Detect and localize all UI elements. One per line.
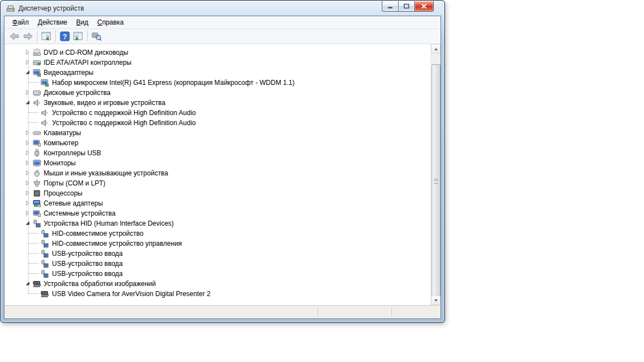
tree-item[interactable]: Устройства обработки изображений (4, 279, 441, 289)
title-bar[interactable]: Диспетчер устройств (1, 1, 444, 16)
tree-item[interactable]: Контроллеры USB (4, 148, 441, 158)
menu-item-action[interactable]: Действие (34, 17, 72, 27)
tree-item-label[interactable]: Видеоадаптеры (44, 69, 93, 77)
tree-item-label[interactable]: Мониторы (44, 159, 75, 167)
action-pane-button[interactable] (72, 30, 85, 42)
tree-item-label[interactable]: HID-совместимое устройство (52, 230, 144, 237)
menu-item-view[interactable]: Вид (72, 17, 93, 27)
tree-item[interactable]: DVD и CD-ROM дисководы (4, 47, 441, 58)
tree-item-label[interactable]: HID-совместимое устройство управления (52, 240, 182, 247)
expand-arrow-icon[interactable] (25, 140, 30, 145)
tree-item-label[interactable]: Системные устройства (44, 209, 116, 217)
tree-item[interactable]: Устройство с поддержкой High Definition … (4, 118, 441, 128)
menu-item-file[interactable]: Файл (8, 17, 34, 27)
triangle-down-icon (434, 299, 438, 302)
tree-item-label[interactable]: Набор микросхем Intel(R) G41 Express (ко… (52, 79, 295, 87)
tree-item-label[interactable]: Сетевые адаптеры (44, 199, 103, 207)
expand-arrow-icon[interactable] (25, 211, 30, 216)
expand-arrow-icon[interactable] (25, 180, 30, 185)
tree-item-label[interactable]: USB-устройство ввода (52, 250, 123, 258)
speaker-icon (40, 108, 49, 117)
menu-bar: ФайлДействиеВидСправка (4, 16, 441, 29)
status-separator (318, 307, 318, 317)
menu-item-help[interactable]: Справка (93, 17, 128, 27)
expand-arrow-icon[interactable] (25, 201, 30, 206)
console-tree-button[interactable] (40, 30, 53, 42)
hid-device-icon (32, 219, 41, 228)
tree-item[interactable]: HID-совместимое устройство управления (4, 239, 441, 249)
tree-connector-line (29, 122, 39, 123)
collapse-arrow-icon[interactable] (25, 70, 30, 75)
maximize-button[interactable] (398, 1, 415, 12)
collapse-arrow-icon[interactable] (25, 281, 30, 286)
expand-arrow-icon[interactable] (25, 60, 30, 65)
expand-arrow-icon[interactable] (25, 50, 30, 55)
tree-item-label[interactable]: Устройства обработки изображений (44, 280, 156, 288)
tree-item[interactable]: Устройство с поддержкой High Definition … (4, 108, 441, 118)
expand-arrow-icon[interactable] (25, 150, 30, 155)
speaker-icon (32, 98, 41, 107)
tree-item[interactable]: Мониторы (4, 158, 441, 168)
cd-drive-icon (32, 48, 41, 57)
hid-device-icon (40, 229, 49, 238)
tree-item-label[interactable]: Клавиатуры (44, 129, 81, 137)
tree-item-label[interactable]: Устройство с поддержкой High Definition … (52, 119, 196, 127)
minimize-icon (387, 3, 393, 9)
tree-item[interactable]: Сетевые адаптеры (4, 198, 441, 208)
toolbar-separator (37, 31, 37, 42)
back-button[interactable] (8, 30, 21, 42)
tree-item-label[interactable]: Мыши и иные указывающие устройства (44, 169, 168, 177)
tree-item-label[interactable]: Процессоры (44, 189, 83, 197)
tree-item[interactable]: USB-устройство ввода (4, 249, 441, 259)
tree-item[interactable]: Системные устройства (4, 208, 441, 218)
tree-item-label[interactable]: Звуковые, видео и игровые устройства (44, 99, 165, 107)
minimize-button[interactable] (382, 1, 398, 12)
client-area: ФайлДействиеВидСправка ? DVD и CD-ROM ди… (4, 16, 441, 319)
expand-arrow-icon[interactable] (25, 160, 30, 165)
expand-arrow-icon[interactable] (25, 170, 30, 175)
tree-item-label[interactable]: USB Video Camera for AverVision Digital … (52, 290, 210, 298)
mouse-icon (32, 169, 41, 178)
tree-item-label[interactable]: DVD и CD-ROM дисководы (44, 49, 128, 56)
tree-item[interactable]: USB Video Camera for AverVision Digital … (4, 289, 441, 299)
tree-item-label[interactable]: Устройство с поддержкой High Definition … (52, 109, 196, 117)
tree-item-label[interactable]: Дисковые устройства (44, 89, 111, 97)
scan-hardware-button[interactable] (90, 30, 103, 42)
tree-item-label[interactable]: USB-устройство ввода (52, 260, 123, 268)
tree-item[interactable]: Звуковые, видео и игровые устройства (4, 98, 441, 108)
tree-item[interactable]: Порты (COM и LPT) (4, 178, 441, 188)
monitor-icon (32, 159, 41, 168)
collapse-arrow-icon[interactable] (25, 100, 30, 105)
tree-item[interactable]: Мыши и иные указывающие устройства (4, 168, 441, 178)
tree-item[interactable]: Дисковые устройства (4, 88, 441, 98)
tree-item[interactable]: HID-совместимое устройство (4, 228, 441, 239)
tree-item-label[interactable]: IDE ATA/ATAPI контроллеры (44, 59, 131, 66)
help-button[interactable]: ? (58, 30, 72, 42)
tree-item[interactable]: Устройства HID (Human Interface Devices) (4, 218, 441, 228)
tree-connector-line (29, 243, 39, 244)
tree-item-label[interactable]: Устройства HID (Human Interface Devices) (44, 220, 174, 227)
collapse-arrow-icon[interactable] (25, 221, 30, 226)
forward-button[interactable] (21, 30, 35, 42)
hid-device-icon (40, 269, 49, 278)
tree-item[interactable]: IDE ATA/ATAPI контроллеры (4, 58, 441, 68)
tree-item[interactable]: Видеоадаптеры (4, 68, 441, 78)
tree-item[interactable]: USB-устройство ввода (4, 259, 441, 269)
tree-item[interactable]: Компьютер (4, 138, 441, 148)
tree-connector-line (29, 233, 39, 234)
tree-item-label[interactable]: USB-устройство ввода (52, 270, 123, 278)
tree-connector-line (29, 112, 39, 113)
expand-arrow-icon[interactable] (25, 90, 30, 95)
close-button[interactable] (415, 1, 434, 12)
window-controls (382, 1, 434, 12)
device-manager-icon (6, 4, 15, 13)
tree-item[interactable]: USB-устройство ввода (4, 269, 441, 279)
tree-item-label[interactable]: Компьютер (44, 139, 78, 147)
tree-item[interactable]: Клавиатуры (4, 128, 441, 138)
tree-item-label[interactable]: Контроллеры USB (44, 149, 101, 157)
expand-arrow-icon[interactable] (25, 190, 30, 196)
tree-item[interactable]: Процессоры (4, 188, 441, 198)
tree-item-label[interactable]: Порты (COM и LPT) (44, 179, 106, 187)
tree-item[interactable]: Набор микросхем Intel(R) G41 Express (ко… (4, 78, 441, 88)
expand-arrow-icon[interactable] (25, 130, 30, 135)
